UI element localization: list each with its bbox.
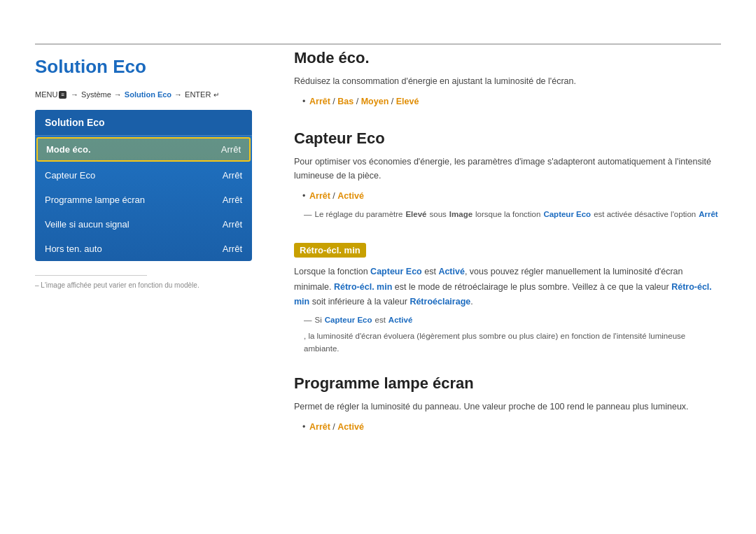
- menu-item-programme-lampe[interactable]: Programme lampe écran Arrêt: [35, 188, 252, 212]
- section-programme-lampe-desc: Permet de régler la luminosité du pannea…: [294, 400, 721, 414]
- section-capteur-eco-desc: Pour optimiser vos économies d'énergie, …: [294, 155, 721, 183]
- menu-item-veille[interactable]: Veille si aucun signal Arrêt: [35, 212, 252, 237]
- menu-item-programme-lampe-value: Arrêt: [223, 195, 242, 205]
- menu-item-veille-value: Arrêt: [223, 219, 242, 230]
- retro-eclairage-ref: Rétroéclairage: [410, 297, 470, 307]
- note-text-1: Le réglage du paramètre: [315, 208, 403, 220]
- top-divider: [35, 43, 721, 45]
- lampe-option-active: Activé: [337, 422, 364, 432]
- capteur-option-active: Activé: [337, 191, 364, 201]
- retro-note-text-3: , la luminosité d'écran évoluera (légère…: [304, 330, 721, 356]
- retro-note-text-2: est: [374, 314, 385, 326]
- note-capteur-eco-ref: Capteur Eco: [543, 208, 591, 220]
- menu-panel: Solution Eco Mode éco. Arrêt Capteur Eco…: [35, 110, 252, 261]
- arrow-3: →: [174, 90, 182, 99]
- note-text-2: sous: [430, 208, 447, 220]
- menu-item-programme-lampe-label: Programme lampe écran: [45, 195, 145, 205]
- menu-item-capteur-eco-value: Arrêt: [223, 170, 242, 181]
- arrow-2: →: [114, 90, 122, 99]
- capteur-eco-note: Le réglage du paramètre Elevé sous Image…: [304, 208, 721, 220]
- menu-item-veille-label: Veille si aucun signal: [45, 219, 130, 230]
- right-column: Mode éco. Réduisez la consommation d'éne…: [294, 28, 721, 506]
- breadcrumb-solution-eco: Solution Eco: [125, 90, 172, 99]
- menu-panel-title: Solution Eco: [35, 110, 252, 136]
- left-column: Solution Eco MENU ≡ → Système → Solution…: [35, 28, 252, 506]
- section-capteur-eco: Capteur Eco Pour optimiser vos économies…: [294, 129, 721, 221]
- section-mode-eco-desc: Réduisez la consommation d'énergie en aj…: [294, 74, 721, 88]
- section-programme-lampe-bullets: Arrêt / Activé: [294, 419, 721, 435]
- breadcrumb-enter: ENTER: [185, 90, 211, 99]
- menu-icon-box: ≡: [59, 91, 66, 99]
- retro-ecl-min-ref1: Rétro-écl. min: [334, 282, 392, 292]
- menu-item-mode-eco-value: Arrêt: [221, 144, 241, 155]
- menu-item-capteur-eco-label: Capteur Eco: [45, 170, 95, 181]
- menu-item-hors-ten-label: Hors ten. auto: [45, 244, 102, 254]
- retro-ecl-desc: Lorsque la fonction Capteur Eco est Acti…: [294, 265, 721, 309]
- bullet-programme-lampe-options: Arrêt / Activé: [302, 419, 721, 435]
- note-text-4: est activée désactive l'option: [594, 208, 696, 220]
- section-programme-lampe-title: Programme lampe écran: [294, 374, 721, 393]
- bullet-mode-eco-options: Arrêt / Bas / Moyen / Elevé: [302, 94, 721, 110]
- option-arret: Arrêt: [309, 97, 330, 106]
- section-mode-eco-title: Mode éco.: [294, 49, 721, 67]
- retro-active-ref: Activé: [438, 267, 465, 276]
- note-image: Image: [449, 208, 472, 220]
- retro-capteur-eco-ref: Capteur Eco: [370, 267, 422, 276]
- option-eleve: Elevé: [396, 97, 419, 106]
- menu-label: MENU: [35, 90, 57, 99]
- menu-item-mode-eco[interactable]: Mode éco. Arrêt: [36, 137, 251, 162]
- section-programme-lampe: Programme lampe écran Permet de régler l…: [294, 374, 721, 435]
- page-title: Solution Eco: [35, 56, 252, 78]
- note-eleve: Elevé: [405, 208, 426, 220]
- enter-icon: ↵: [214, 91, 219, 99]
- retro-note-capteur: Capteur Eco: [325, 314, 372, 326]
- option-bas: Bas: [337, 97, 354, 106]
- breadcrumb: MENU ≡ → Système → Solution Eco → ENTER …: [35, 90, 252, 99]
- sep3: /: [391, 97, 396, 106]
- capteur-option-arret: Arrêt: [309, 191, 330, 201]
- retro-note-text-1: Si: [315, 314, 322, 326]
- section-capteur-eco-title: Capteur Eco: [294, 129, 721, 148]
- section-capteur-eco-bullets: Arrêt / Activé: [294, 188, 721, 204]
- menu-item-hors-ten-value: Arrêt: [223, 244, 242, 254]
- footnote-divider: [35, 275, 147, 276]
- menu-item-mode-eco-label: Mode éco.: [46, 144, 91, 155]
- arrow-1: →: [71, 90, 78, 99]
- retro-note-active: Activé: [388, 314, 413, 326]
- breadcrumb-systeme: Système: [81, 90, 111, 99]
- section-mode-eco-bullets: Arrêt / Bas / Moyen / Elevé: [294, 94, 721, 110]
- footnote: – L'image affichée peut varier en foncti…: [35, 281, 252, 289]
- lampe-option-arret: Arrêt: [309, 422, 330, 432]
- sep2: /: [356, 97, 361, 106]
- note-arret-ref: Arrêt: [699, 208, 718, 220]
- bullet-capteur-eco-options: Arrêt / Activé: [302, 188, 721, 204]
- section-mode-eco: Mode éco. Réduisez la consommation d'éne…: [294, 49, 721, 110]
- menu-item-hors-ten[interactable]: Hors ten. auto Arrêt: [35, 237, 252, 261]
- retro-ecl-note: Si Capteur Eco est Activé , la luminosit…: [304, 314, 721, 355]
- section-retro-ecl: Rétro-écl. min Lorsque la fonction Capte…: [294, 240, 721, 355]
- option-moyen: Moyen: [361, 97, 389, 106]
- retro-ecl-highlight: Rétro-écl. min: [294, 243, 366, 258]
- note-text-3: lorsque la fonction: [475, 208, 540, 220]
- menu-item-capteur-eco[interactable]: Capteur Eco Arrêt: [35, 163, 252, 188]
